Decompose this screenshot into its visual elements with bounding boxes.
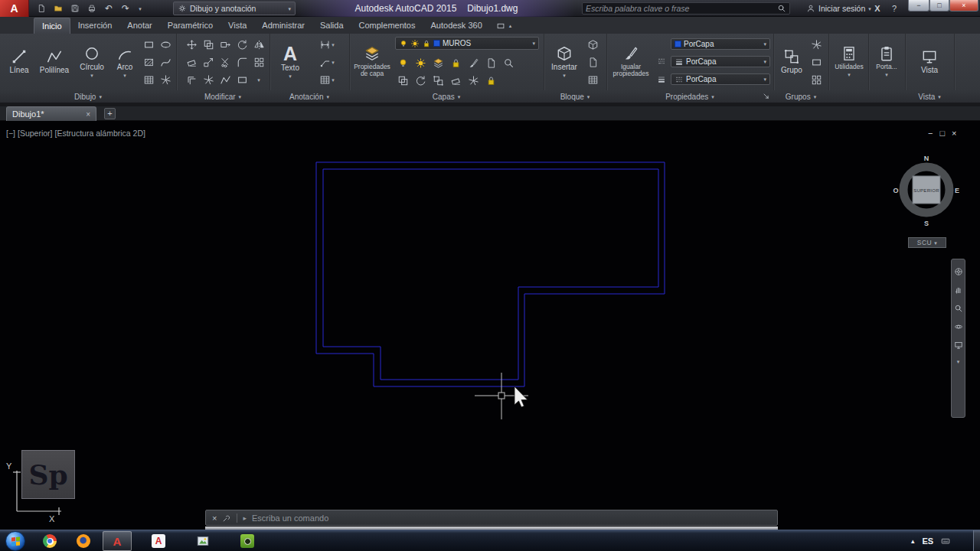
match-properties-button[interactable]: Igualar propiedades <box>609 35 652 87</box>
ribbon-tab-parametrico[interactable]: Paramétrico <box>160 18 220 34</box>
compass-east[interactable]: E <box>955 187 959 194</box>
panel-label-vista[interactable]: Vista▾ <box>906 90 953 103</box>
quick-access-dropdown[interactable]: ▾ <box>135 2 145 15</box>
trim-tool-button[interactable] <box>217 54 233 70</box>
ribbon-minimize-caret-icon[interactable]: ▴ <box>509 23 512 28</box>
taskbar-autocad[interactable]: A <box>103 531 132 551</box>
help-button[interactable]: ? <box>887 2 902 15</box>
create-block-button[interactable] <box>585 37 600 52</box>
compass-south[interactable]: S <box>924 220 929 227</box>
panel-label-capas[interactable]: Capas▾ <box>350 90 543 103</box>
utilities-panel-button[interactable]: Utilidades ▾ <box>831 35 867 87</box>
insert-block-button[interactable]: Insertar ▾ <box>547 35 582 87</box>
show-desktop-button[interactable] <box>973 530 980 551</box>
ribbon-tab-autodesk360[interactable]: Autodesk 360 <box>423 18 490 34</box>
table-button[interactable]: ▾ <box>311 72 343 87</box>
open-file-button[interactable] <box>51 2 66 15</box>
layer-freeze-all-button[interactable] <box>466 73 481 88</box>
rectangle-tool-button[interactable] <box>141 37 156 52</box>
properties-dialog-launcher[interactable] <box>761 91 772 102</box>
group-button[interactable]: Grupo <box>776 35 807 87</box>
sign-in-button[interactable]: Iniciar sesión ▾ <box>802 2 875 15</box>
layer-delete-button[interactable] <box>448 73 463 88</box>
taskbar-firefox[interactable] <box>69 531 98 551</box>
ribbon-tab-complementos[interactable]: Complementos <box>351 18 423 34</box>
command-close-icon[interactable]: × <box>212 514 217 523</box>
wrench-icon[interactable] <box>222 514 231 523</box>
redo-button[interactable]: ↷ <box>118 2 133 15</box>
ribbon-tab-salida[interactable]: Salida <box>312 18 351 34</box>
layer-walk-button[interactable] <box>501 55 516 70</box>
zoom-icon[interactable] <box>954 304 963 313</box>
lineweight-dropdown[interactable]: PorCapa ▾ <box>671 56 770 67</box>
undo-button[interactable]: ↶ <box>101 2 116 15</box>
layer-state-button[interactable] <box>395 73 410 88</box>
group-edit-button[interactable] <box>808 54 824 70</box>
taskbar-chrome[interactable] <box>35 531 64 551</box>
taskbar-photo-viewer[interactable] <box>188 531 217 551</box>
wall-outline-outer[interactable] <box>316 162 665 386</box>
workspace-switcher[interactable]: Dibujo y anotación ▾ <box>173 2 296 15</box>
command-line-dock[interactable]: × ▸ <box>205 510 778 526</box>
hatch-tool-button[interactable] <box>141 54 156 70</box>
panel-label-propiedades[interactable]: Propiedades▾ <box>607 90 773 103</box>
ucs-selector[interactable]: SCU ▾ <box>908 237 946 248</box>
viewport-view-control[interactable]: [Superior] <box>18 129 53 138</box>
leader-button[interactable]: ▾ <box>311 54 343 70</box>
steering-wheel-icon[interactable] <box>954 267 963 276</box>
application-menu-button[interactable]: A <box>0 0 29 17</box>
offset-tool-button[interactable] <box>184 72 199 87</box>
region-tool-button[interactable] <box>141 72 156 87</box>
line-button[interactable]: Línea <box>3 35 35 87</box>
layer-lock-button[interactable] <box>448 55 463 70</box>
layer-freeze-button[interactable] <box>430 55 446 70</box>
plot-button[interactable] <box>84 2 100 15</box>
file-tab-dibujo1[interactable]: Dibujo1* × <box>6 106 96 121</box>
layer-isolate-button[interactable] <box>413 55 428 70</box>
ribbon-tab-vista[interactable]: Vista <box>220 18 254 34</box>
ribbon-tab-inicio[interactable]: Inicio <box>34 18 70 34</box>
erase-tool-button[interactable] <box>184 54 199 70</box>
layer-properties-button[interactable]: Propiedades de capa <box>352 35 392 87</box>
viewcube[interactable]: SUPERIOR N O E S <box>888 148 965 228</box>
ribbon-minimize-icon[interactable] <box>496 21 505 31</box>
point-tool-button[interactable] <box>158 72 173 87</box>
ellipse-tool-button[interactable] <box>158 37 173 52</box>
clipboard-panel-button[interactable]: Porta... ▾ <box>870 35 903 87</box>
linetype-list-button[interactable] <box>655 55 668 67</box>
stretch-tool-button[interactable] <box>217 37 233 52</box>
compass-north[interactable]: N <box>924 155 929 162</box>
polyline-button[interactable]: Polilínea <box>35 35 74 87</box>
layer-merge-button[interactable] <box>430 73 446 88</box>
panel-label-anotacion[interactable]: Anotación▾ <box>270 90 348 103</box>
minimize-button[interactable]: − <box>908 0 929 11</box>
pan-hand-icon[interactable] <box>954 285 963 295</box>
modify-tool-button[interactable] <box>234 72 250 87</box>
rotate-tool-button[interactable] <box>234 37 250 52</box>
array-tool-button[interactable] <box>251 54 266 70</box>
edit-block-button[interactable] <box>585 54 600 70</box>
doc-close-icon[interactable]: × <box>952 129 956 138</box>
save-button[interactable] <box>67 2 83 15</box>
new-file-button[interactable] <box>34 2 49 15</box>
navbar-more-icon[interactable]: ▾ <box>957 359 960 364</box>
maximize-button[interactable]: □ <box>929 0 949 11</box>
view-panel-button[interactable]: Vista <box>908 35 951 87</box>
search-input[interactable] <box>586 4 774 13</box>
copy-tool-button[interactable] <box>201 37 216 52</box>
ribbon-tab-insercion[interactable]: Inserción <box>70 18 120 34</box>
move-tool-button[interactable] <box>184 37 199 52</box>
linetype-dropdown[interactable]: PorCapa ▾ <box>671 73 770 85</box>
viewport-visual-style-control[interactable]: [Estructura alámbrica 2D] <box>55 129 145 138</box>
search-icon[interactable] <box>777 4 786 13</box>
motion-icon[interactable] <box>954 341 963 350</box>
doc-restore-icon[interactable]: □ <box>939 129 945 138</box>
close-tab-icon[interactable]: × <box>86 110 90 119</box>
ungroup-button[interactable] <box>808 37 824 52</box>
new-tab-button[interactable]: + <box>104 108 116 119</box>
scale-tool-button[interactable] <box>201 54 216 70</box>
layer-restore-button[interactable] <box>413 73 428 88</box>
tray-expand-icon[interactable]: ▴ <box>911 537 915 545</box>
keyboard-layout-icon[interactable] <box>941 536 950 546</box>
layer-unlock-button[interactable] <box>483 73 498 88</box>
